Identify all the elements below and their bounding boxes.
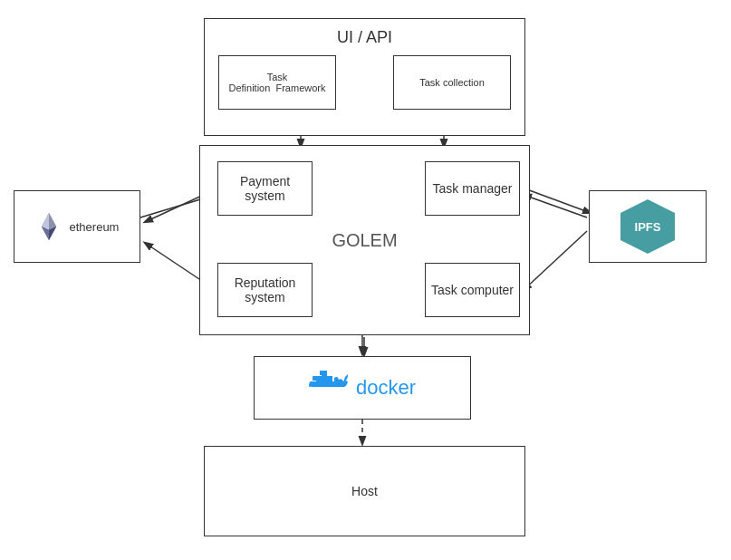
svg-line-12: [524, 188, 591, 213]
docker-icon: [309, 369, 349, 407]
architecture-diagram: UI / API TaskDefinition Framework Task c…: [0, 0, 731, 560]
svg-line-8: [524, 231, 587, 290]
ipfs-box: IPFS: [589, 190, 707, 263]
ui-api-box: UI / API TaskDefinition Framework Task c…: [204, 18, 525, 136]
task-computer-box: Task computer: [425, 263, 520, 317]
payment-system-box: Payment system: [217, 161, 313, 216]
ipfs-label: IPFS: [635, 220, 661, 234]
task-definition-box: TaskDefinition Framework: [218, 55, 336, 110]
task-computer-label: Task computer: [431, 283, 514, 297]
docker-box: docker: [254, 356, 471, 420]
reputation-label: Reputation system: [218, 275, 312, 304]
ipfs-icon: IPFS: [620, 199, 675, 254]
svg-line-7: [524, 195, 587, 217]
task-def-label: TaskDefinition Framework: [229, 72, 326, 93]
ethereum-icon: [35, 213, 63, 240]
payment-label: Payment system: [218, 174, 312, 203]
task-col-label: Task collection: [419, 77, 485, 88]
docker-text-label: docker: [356, 376, 416, 400]
task-collection-box: Task collection: [393, 55, 511, 110]
task-manager-box: Task manager: [425, 161, 520, 216]
reputation-system-box: Reputation system: [217, 263, 313, 317]
ui-api-title: UI / API: [205, 28, 524, 47]
task-manager-label: Task manager: [433, 181, 513, 196]
host-box: Host: [204, 446, 525, 536]
host-label: Host: [351, 484, 378, 498]
ethereum-label: ethereum: [70, 220, 120, 234]
golem-label: GOLEM: [332, 230, 397, 251]
ethereum-box: ethereum: [14, 190, 140, 263]
